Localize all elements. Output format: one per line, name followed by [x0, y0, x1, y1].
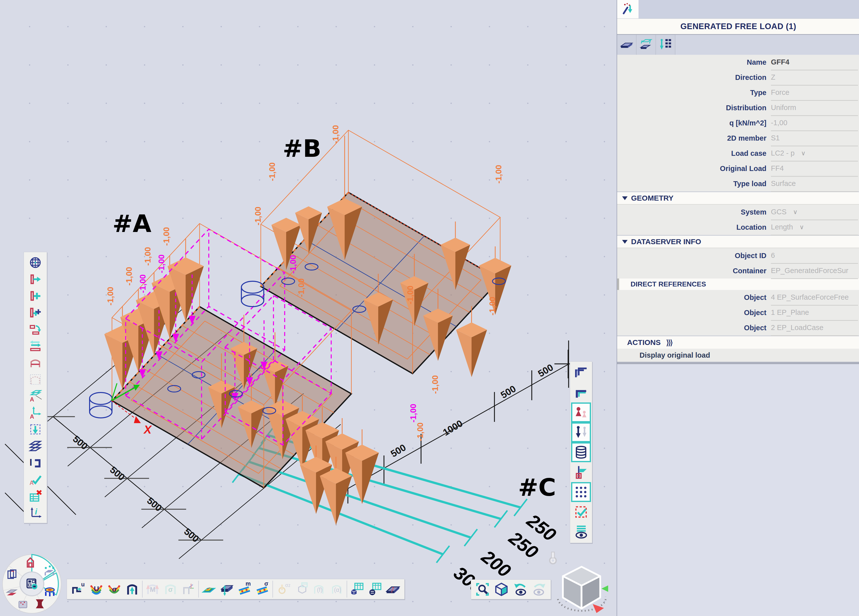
- axis-info-icon[interactable]: i: [29, 504, 42, 521]
- svg-text:-1,00: -1,00: [431, 375, 440, 394]
- property-value-field[interactable]: FF4: [771, 161, 858, 177]
- plate-sigma-icon[interactable]: σ: [253, 580, 272, 598]
- previous-view-icon[interactable]: [511, 580, 530, 598]
- loads-icon[interactable]: [571, 422, 591, 442]
- property-value-field[interactable]: LC2 - p∨: [771, 145, 858, 161]
- property-value-field[interactable]: Surface: [771, 176, 858, 192]
- property-row: Type loadSurface: [617, 176, 859, 191]
- table-summary-icon[interactable]: [366, 580, 384, 598]
- reinforcement-slab-icon[interactable]: [384, 580, 402, 598]
- actions-expand-icon[interactable]: ⟩⟩⟩: [666, 338, 672, 347]
- node-support-icon[interactable]: [571, 462, 591, 482]
- results-U-icon[interactable]: U: [87, 580, 105, 598]
- property-row: Original LoadFF4: [617, 161, 859, 176]
- property-value-field[interactable]: 1 EP_Plane: [771, 305, 858, 321]
- multi-layer-icon-button[interactable]: [637, 35, 656, 55]
- actions-header[interactable]: ACTIONS⟩⟩⟩: [617, 336, 859, 349]
- export-entity-icon[interactable]: [29, 271, 42, 288]
- svg-text:-1,00: -1,00: [138, 274, 147, 293]
- section-header-dataserver-info[interactable]: DATASERVER INFO: [617, 235, 859, 248]
- svg-text:200: 200: [478, 546, 515, 582]
- grid-globe-icon[interactable]: [29, 254, 42, 271]
- portal-frame-ghost-icon[interactable]: [29, 371, 42, 388]
- rename-icon[interactable]: I: [29, 454, 42, 471]
- svg-text:σ: σ: [264, 582, 268, 587]
- members-icon[interactable]: [571, 363, 591, 383]
- reactions-icon[interactable]: [123, 580, 141, 598]
- property-value-field[interactable]: 4 EP_SurfaceForceFree: [771, 290, 858, 306]
- svg-text:-1,00: -1,00: [157, 254, 166, 273]
- property-value-field[interactable]: 6: [771, 248, 858, 264]
- axes-annotate-icon[interactable]: A: [29, 404, 42, 421]
- property-value: FF4: [771, 164, 784, 172]
- workstation-radial-menu[interactable]: [0, 550, 67, 616]
- alpha-icon: (α): [328, 580, 346, 598]
- svg-text:M: M: [150, 586, 156, 593]
- property-value-field[interactable]: EP_GeneratedForceSur: [771, 263, 858, 279]
- view-cube-icon[interactable]: [492, 580, 511, 598]
- property-label: Name: [617, 58, 771, 66]
- property-value-field[interactable]: -1,00: [771, 115, 858, 131]
- property-value-field[interactable]: Length∨: [771, 219, 858, 235]
- delete-table-icon[interactable]: [29, 488, 42, 504]
- property-row: 2D memberS1: [617, 131, 859, 146]
- property-value: GFF4: [771, 58, 789, 66]
- add-entity-alt-icon[interactable]: [29, 304, 42, 321]
- plate-m-icon[interactable]: m: [236, 580, 253, 598]
- deformation-u-icon[interactable]: u: [69, 580, 87, 598]
- validate-icon[interactable]: A: [29, 471, 42, 488]
- zoom-fit-icon[interactable]: [473, 580, 492, 598]
- property-row: Object2 EP_LoadCase: [617, 321, 859, 336]
- property-label: System: [617, 208, 771, 216]
- action-display-original-load[interactable]: Display original load: [617, 349, 859, 362]
- section-title: GEOMETRY: [631, 194, 674, 202]
- svg-text:-1,00: -1,00: [331, 125, 340, 144]
- member-corner-icon[interactable]: [571, 383, 591, 402]
- selection-filter-icon[interactable]: [571, 502, 591, 522]
- property-value-field[interactable]: GFF4: [771, 55, 858, 70]
- section-header-geometry[interactable]: GEOMETRY: [617, 191, 859, 205]
- layers-icon[interactable]: [29, 438, 42, 454]
- model-viewport[interactable]: 5005005005005005001000500500250250200300…: [0, 0, 617, 616]
- slab-results-icon[interactable]: [200, 580, 218, 598]
- property-row: SystemGCS∨: [617, 205, 859, 220]
- property-label: Type load: [617, 180, 771, 188]
- chevron-down-icon[interactable]: ∨: [800, 224, 804, 231]
- model-entities-icon[interactable]: [571, 402, 591, 422]
- add-entity-icon[interactable]: [29, 288, 42, 304]
- visibility-icon[interactable]: [571, 522, 591, 542]
- copy-rotate-icon[interactable]: [29, 321, 42, 338]
- property-row: Load caseLC2 - p∨: [617, 146, 859, 161]
- actions-title: ACTIONS: [627, 338, 661, 347]
- property-value-field[interactable]: S1: [771, 130, 858, 146]
- property-value: LC2 - p: [771, 149, 795, 157]
- property-value: EP_GeneratedForceSur: [771, 267, 848, 275]
- property-label: Object: [617, 309, 771, 317]
- load-parameters-icon-button[interactable]: [656, 35, 675, 55]
- table-cube-icon[interactable]: [348, 580, 366, 598]
- property-value-field[interactable]: Z: [771, 70, 858, 86]
- swap-entities-icon[interactable]: [29, 338, 42, 354]
- results-sigma-icon[interactable]: σ: [105, 580, 123, 598]
- slab-thickness-icon[interactable]: [218, 580, 236, 598]
- navigation-cube[interactable]: [550, 559, 613, 616]
- section-title: DATASERVER INFO: [631, 238, 701, 246]
- layers-annotate-icon[interactable]: A: [29, 388, 42, 404]
- property-value-field[interactable]: Uniform: [771, 100, 858, 116]
- solid-segment-icon[interactable]: [19, 601, 27, 608]
- property-value-field[interactable]: GCS∨: [771, 204, 858, 220]
- portal-frame-icon[interactable]: [29, 354, 42, 371]
- svg-text:500: 500: [182, 526, 201, 544]
- chevron-down-icon[interactable]: ∨: [801, 150, 806, 157]
- database-icon[interactable]: [571, 442, 591, 462]
- paste-special-icon[interactable]: [29, 421, 42, 438]
- point-grid-icon[interactable]: [571, 482, 591, 502]
- chevron-down-icon[interactable]: ∨: [793, 208, 798, 216]
- free-load-wand-icon: [621, 3, 634, 16]
- tab-generated-free-load[interactable]: [617, 0, 639, 19]
- rotate-cw-arrow-icon[interactable]: [601, 585, 608, 592]
- single-layer-icon-button[interactable]: [617, 35, 637, 55]
- property-value-field[interactable]: Force: [771, 85, 858, 101]
- right-toolbar: [570, 361, 592, 543]
- property-value-field[interactable]: 2 EP_LoadCase: [771, 320, 858, 336]
